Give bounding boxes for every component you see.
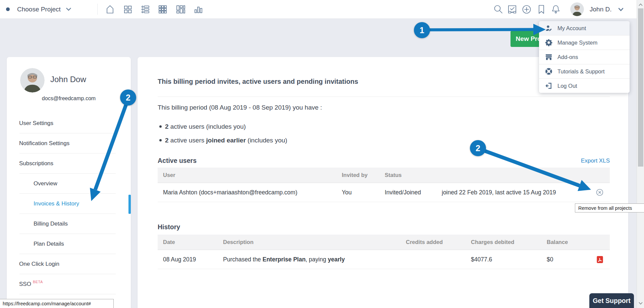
user-menu-chevron-icon[interactable]: [618, 7, 624, 13]
lifebuoy-icon: [545, 67, 553, 75]
sidebar-item-overview[interactable]: Overview: [7, 174, 131, 194]
charges-cell: $4077.6: [466, 256, 541, 263]
heading-divider: [158, 97, 610, 97]
sidebar-item-invoices-history[interactable]: Invoices & History: [7, 194, 131, 214]
menu-item-add-ons[interactable]: Add-ons: [539, 50, 630, 64]
balance-cell: $0: [541, 256, 590, 263]
col-invited-by: Invited by: [342, 172, 385, 178]
user-edit-icon: [545, 24, 553, 32]
active-item-indicator: [128, 195, 131, 214]
menu-item-log-out[interactable]: Log Out: [539, 79, 630, 93]
top-bar: Choose Project: [0, 0, 644, 19]
col-user: User: [158, 172, 342, 178]
logout-icon: [545, 82, 553, 90]
remove-user-button[interactable]: [589, 189, 610, 196]
get-support-button[interactable]: Get Support: [589, 293, 634, 308]
project-switcher[interactable]: Choose Project: [6, 0, 71, 18]
billing-panel: This billing period invites, active user…: [138, 57, 628, 308]
export-xls-link[interactable]: Export XLS: [581, 158, 610, 164]
pdf-icon: [596, 256, 603, 263]
menu-item-manage-system[interactable]: Manage System: [539, 36, 630, 50]
store-icon: [545, 53, 553, 61]
sidebar-item-user-settings[interactable]: User Settings: [7, 113, 131, 133]
menu-item-my-account[interactable]: My Account: [539, 21, 630, 36]
description-cell: Purchased the Enterprise Plan, paying ye…: [218, 256, 400, 263]
activity-cell: joined 22 Feb 2019, last active 15 Aug 2…: [442, 189, 589, 196]
home-icon[interactable]: [105, 4, 115, 15]
remove-circle-icon: [596, 189, 603, 196]
list-view-icon[interactable]: [140, 4, 151, 15]
project-switcher-label: Choose Project: [17, 6, 61, 13]
sidebar-item-one-click-login[interactable]: One Click Login: [7, 254, 131, 274]
account-dropdown-menu: My Account Manage System Add-ons Tutoria…: [539, 21, 630, 93]
col-charges: Charges debited: [466, 239, 541, 245]
gear-icon: [545, 39, 553, 47]
user-cell: Maria Ashton (docs+mariaashton@freedcamp…: [158, 189, 342, 196]
sidebar-avatar: [20, 68, 45, 93]
invited-by-cell: You: [342, 189, 385, 196]
sidebar-nav: User Settings Notification Settings Subs…: [7, 113, 131, 294]
menu-item-tutorials-support[interactable]: Tutorials & Support: [539, 64, 630, 79]
page-scrollbar[interactable]: [637, 0, 644, 308]
project-color-dot: [6, 7, 10, 11]
sidebar-item-plan-details[interactable]: Plan Details: [7, 234, 131, 254]
invoice-pdf-button[interactable]: [590, 256, 610, 263]
sidebar-item-sso[interactable]: SSOBETA: [7, 274, 131, 294]
remove-tooltip: Remove from all projects: [575, 203, 644, 212]
grid-view-icon[interactable]: [157, 4, 168, 15]
col-status: Status: [385, 172, 442, 178]
search-icon[interactable]: [493, 4, 504, 15]
scroll-up-arrow[interactable]: [637, 1, 644, 8]
sidebar-item-subscriptions[interactable]: Subscriptions: [7, 153, 131, 174]
col-date: Date: [158, 239, 218, 245]
bar-chart-icon[interactable]: [193, 4, 204, 15]
col-balance: Balance: [541, 239, 590, 245]
user-avatar[interactable]: [570, 2, 584, 16]
billing-section-heading: This billing period invites, active user…: [158, 78, 358, 85]
tasks-inbox-icon[interactable]: [507, 4, 518, 15]
scroll-down-arrow[interactable]: [637, 300, 644, 307]
topbar-divider: [97, 4, 98, 15]
add-icon[interactable]: [521, 4, 532, 15]
sidebar-item-notification-settings[interactable]: Notification Settings: [7, 133, 131, 153]
bookmark-icon[interactable]: [536, 4, 547, 15]
history-header-row: Date Description Credits added Charges d…: [158, 235, 610, 250]
browser-status-bar: https://freedcamp.com/manage/account#: [0, 299, 114, 308]
active-user-row: Maria Ashton (docs+mariaashton@freedcamp…: [158, 183, 610, 202]
billing-period-line: This billing period (08 Aug 2019 - 08 Se…: [158, 104, 322, 111]
active-users-title: Active users: [158, 157, 197, 165]
widgets-grid-icon[interactable]: [122, 4, 133, 15]
notifications-bell-icon[interactable]: [550, 4, 561, 15]
beta-badge: BETA: [33, 280, 43, 284]
billing-bullet-1: 2 active users (includes you): [158, 121, 644, 132]
active-users-header-row: User Invited by Status: [158, 168, 610, 183]
sidebar-user-name: John Dow: [50, 75, 86, 84]
status-cell: Invited/Joined: [385, 189, 442, 196]
annotation-step-1: 1: [414, 22, 430, 38]
history-row: 08 Aug 2019 Purchased the Enterprise Pla…: [158, 250, 610, 269]
scrollbar-thumb[interactable]: [638, 8, 643, 167]
account-sidebar: John Dow docs@freedcamp.com User Setting…: [7, 57, 131, 308]
col-description: Description: [218, 239, 400, 245]
history-title: History: [158, 223, 180, 231]
chevron-down-icon: [66, 6, 71, 12]
kanban-board-icon[interactable]: [175, 4, 186, 15]
app-screen: Choose Project: [0, 0, 644, 308]
user-menu[interactable]: John D.: [590, 0, 611, 18]
history-table: Date Description Credits added Charges d…: [158, 235, 610, 269]
sidebar-user-email: docs@freedcamp.com: [7, 96, 131, 102]
sidebar-item-billing-details[interactable]: Billing Details: [7, 214, 131, 234]
user-name-label: John D.: [590, 6, 611, 13]
active-users-table: User Invited by Status Maria Ashton (doc…: [158, 168, 610, 202]
col-credits: Credits added: [400, 239, 466, 245]
billing-bullet-2: 2 active users joined earlier (includes …: [158, 134, 644, 146]
date-cell: 08 Aug 2019: [158, 256, 218, 263]
